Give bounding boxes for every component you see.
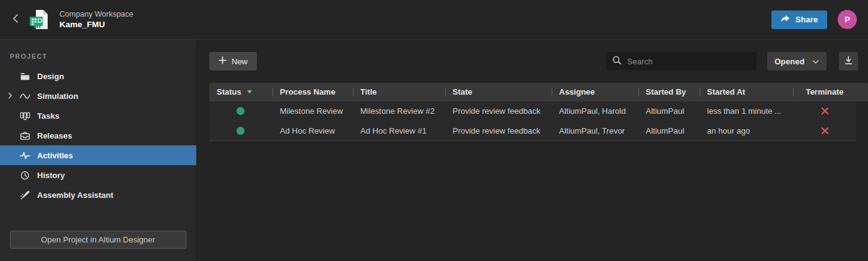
sidebar-item-assembly-assistant[interactable]: Assembly Assistant (0, 185, 196, 205)
sidebar-item-label: Tasks (37, 111, 59, 121)
waveform-icon (20, 91, 30, 101)
started-by-cell: AltiumPaul (638, 126, 700, 135)
assignee-cell: AltiumPaul, Harold (552, 106, 638, 116)
terminate-cell (793, 106, 856, 116)
sidebar-item-label: Simulation (37, 92, 78, 101)
toolbar-right: Opened (606, 52, 858, 71)
assignee-cell: AltiumPaul, Trevor (552, 126, 638, 135)
project-document-icon (27, 7, 52, 32)
filter-value: Opened (775, 57, 804, 66)
share-arrow-icon (781, 15, 790, 25)
status-active-icon (237, 107, 245, 115)
new-button-label: New (232, 57, 248, 66)
kanban-icon (20, 111, 30, 121)
main-panel: New Opened (197, 40, 868, 261)
top-bar: Company Workspace Kame_FMU Share P (0, 0, 868, 40)
folder-icon (20, 71, 30, 82)
back-button[interactable] (7, 7, 24, 32)
topbar-actions: Share P (771, 10, 857, 29)
download-button[interactable] (839, 52, 858, 71)
status-cell (209, 127, 272, 135)
sidebar-item-label: Assembly Assistant (37, 190, 113, 200)
chevron-right-icon[interactable] (7, 92, 13, 101)
chevron-down-icon (812, 57, 819, 66)
table-header: Status Process Name Title State Assignee… (209, 83, 868, 101)
status-active-icon (237, 127, 245, 135)
column-header-started-at[interactable]: Started At (700, 83, 793, 101)
search-icon (612, 56, 622, 67)
new-button[interactable]: New (209, 52, 257, 71)
plus-icon (219, 56, 227, 66)
state-cell: Provide review feedback (445, 126, 552, 135)
search-input[interactable] (627, 57, 750, 66)
status-cell (209, 107, 272, 115)
status-filter-dropdown[interactable]: Opened (767, 52, 827, 71)
activities-table: Status Process Name Title State Assignee… (209, 83, 868, 141)
share-label: Share (796, 15, 818, 24)
sidebar-item-history[interactable]: History (0, 165, 196, 185)
sidebar-item-activities[interactable]: Activities (0, 145, 196, 165)
soldering-iron-icon (20, 190, 30, 200)
sidebar: PROJECT Design Simulation (0, 40, 197, 261)
sidebar-item-design[interactable]: Design (0, 66, 196, 86)
title-cell: Milestone Review #2 (353, 106, 445, 116)
avatar-initial: P (844, 15, 850, 24)
workspace-label: Company Workspace (59, 10, 133, 19)
column-header-started-by[interactable]: Started By (638, 83, 700, 101)
column-header-assignee[interactable]: Assignee (552, 83, 638, 101)
title-cell: Ad Hoc Review #1 (353, 126, 445, 135)
column-header-terminate[interactable]: Terminate (793, 83, 856, 101)
column-header-state[interactable]: State (445, 83, 552, 101)
table-row[interactable]: Ad Hoc Review Ad Hoc Review #1 Provide r… (209, 121, 856, 141)
sidebar-item-tasks[interactable]: Tasks (0, 106, 196, 126)
sidebar-item-label: Releases (37, 131, 72, 140)
sidebar-item-releases[interactable]: Releases (0, 126, 196, 145)
inbox-icon (20, 130, 30, 141)
sort-desc-icon (247, 90, 252, 93)
share-button[interactable]: Share (771, 11, 827, 29)
chevron-left-icon (11, 13, 20, 26)
activity-pulse-icon (20, 150, 30, 161)
avatar[interactable]: P (838, 10, 857, 29)
column-header-process-name[interactable]: Process Name (272, 83, 353, 101)
process-name-cell: Milestone Review (272, 106, 353, 116)
process-name-cell: Ad Hoc Review (272, 126, 353, 135)
app-window: Company Workspace Kame_FMU Share P PROJE… (0, 0, 868, 261)
project-name: Kame_FMU (59, 20, 133, 29)
started-at-cell: less than 1 minute ... (700, 106, 793, 116)
terminate-x-icon[interactable] (820, 126, 830, 136)
download-icon (844, 56, 853, 67)
sidebar-item-label: Design (37, 72, 64, 81)
table-row[interactable]: Milestone Review Milestone Review #2 Pro… (209, 101, 856, 121)
history-clock-icon (20, 170, 30, 181)
terminate-cell (793, 126, 856, 136)
content: PROJECT Design Simulation (0, 40, 868, 261)
workspace-titles: Company Workspace Kame_FMU (59, 10, 133, 29)
started-at-cell: an hour ago (700, 126, 793, 135)
state-cell: Provide review feedback (445, 106, 552, 116)
open-project-button[interactable]: Open Project in Altium Designer (10, 231, 186, 249)
started-by-cell: AltiumPaul (638, 106, 700, 116)
sidebar-item-label: History (37, 171, 65, 180)
column-header-title[interactable]: Title (353, 83, 445, 101)
sidebar-item-label: Activities (37, 151, 73, 160)
table-body: Milestone Review Milestone Review #2 Pro… (209, 101, 856, 141)
sidebar-item-simulation[interactable]: Simulation (0, 86, 196, 106)
toolbar: New Opened (209, 52, 858, 71)
terminate-x-icon[interactable] (820, 106, 830, 116)
search-box (606, 52, 757, 71)
sidebar-section-label: PROJECT (0, 40, 196, 66)
column-header-status[interactable]: Status (209, 83, 272, 101)
